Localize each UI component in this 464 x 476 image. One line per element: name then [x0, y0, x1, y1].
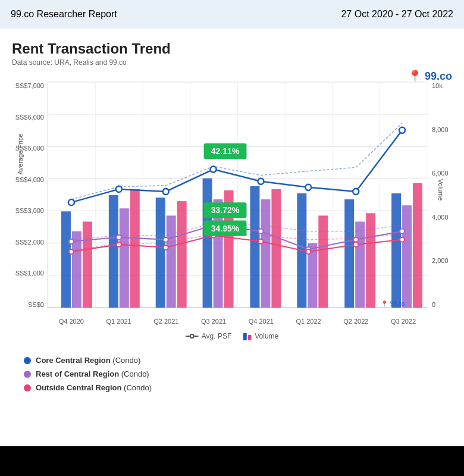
svg-rect-39	[413, 183, 422, 308]
svg-rect-30	[271, 189, 281, 308]
x-label-q4-2021: Q4 2021	[249, 318, 274, 325]
svg-point-40	[68, 199, 74, 205]
legend-avg-psf-label: Avg. PSF	[202, 332, 231, 340]
svg-rect-33	[318, 215, 328, 308]
svg-point-45	[305, 184, 311, 190]
chart-svg: 42.11% 33.72% 34.95% 📍 99.co	[48, 82, 427, 308]
svg-point-44	[258, 178, 264, 184]
svg-point-47	[399, 127, 405, 133]
svg-rect-19	[109, 195, 118, 308]
svg-point-52	[258, 229, 263, 234]
svg-point-62	[353, 242, 358, 247]
svg-rect-34	[344, 199, 354, 308]
x-label-q3-2021: Q3 2021	[201, 318, 226, 325]
svg-rect-73	[248, 335, 252, 340]
legend-ccr-label: Core Central Region (Condo)	[36, 356, 140, 365]
svg-point-60	[258, 239, 263, 244]
svg-rect-20	[120, 208, 129, 308]
date-range-label: 27 Oct 2020 - 27 Oct 2022	[341, 9, 453, 20]
svg-point-46	[353, 189, 359, 195]
y-axis-left-label: Average Price	[17, 134, 24, 175]
svg-point-63	[400, 237, 405, 242]
y-axis-right-label: Volume	[438, 179, 445, 201]
bottom-black-bar	[0, 446, 464, 476]
svg-rect-24	[177, 201, 187, 308]
svg-point-71	[190, 334, 194, 338]
brand-label: 99.co Researcher Report	[11, 9, 117, 20]
header: 99.co Researcher Report 27 Oct 2020 - 27…	[0, 0, 464, 29]
x-label-q2-2022: Q2 2022	[343, 318, 368, 325]
svg-text:📍 99.co: 📍 99.co	[381, 300, 405, 308]
svg-point-57	[117, 242, 121, 247]
x-label-q1-2022: Q1 2022	[296, 318, 321, 325]
legend-dot-rcr	[24, 371, 31, 378]
svg-rect-25	[203, 178, 212, 308]
svg-rect-22	[156, 198, 165, 308]
svg-point-43	[211, 166, 217, 172]
x-label-q3-2022: Q3 2022	[391, 318, 416, 325]
x-label-q1-2021: Q1 2021	[106, 318, 131, 325]
svg-rect-16	[61, 211, 71, 308]
svg-rect-37	[391, 193, 401, 308]
svg-point-50	[164, 237, 168, 242]
svg-rect-18	[83, 221, 92, 308]
svg-rect-35	[355, 221, 365, 308]
legend-ccr: Core Central Region (Condo)	[24, 356, 440, 365]
legend-ocr-label: Outside Central Region (Condo)	[36, 383, 152, 392]
legend-ocr: Outside Central Region (Condo)	[24, 383, 440, 392]
x-label-q4-2020: Q4 2020	[59, 318, 84, 325]
svg-point-58	[164, 245, 168, 250]
x-label-q2-2021: Q2 2021	[153, 318, 178, 325]
chart-title: Rent Transaction Trend	[12, 40, 452, 57]
svg-rect-23	[167, 215, 176, 308]
svg-point-61	[306, 249, 311, 254]
chart-container: SS$7,000 SS$6,000 SS$5,000 SS$4,000 SS$3…	[12, 76, 452, 350]
chart-subtitle: Data source: URA, Realis and 99.co	[12, 58, 452, 67]
chart-inner: 42.11% 33.72% 34.95% 📍 99.co	[48, 82, 427, 308]
legend-volume-label: Volume	[255, 332, 278, 340]
legend-lines: Core Central Region (Condo) Rest of Cent…	[12, 350, 452, 394]
legend-psf-volume: Avg. PSF Volume	[186, 332, 279, 340]
y-axis-left: SS$7,000 SS$6,000 SS$5,000 SS$4,000 SS$3…	[12, 82, 46, 308]
svg-point-55	[400, 229, 405, 234]
legend-dot-ocr	[24, 384, 31, 392]
legend-dot-ccr	[24, 357, 31, 364]
legend-rcr: Rest of Central Region (Condo)	[24, 369, 440, 378]
x-axis-labels: Q4 2020 Q1 2021 Q2 2021 Q3 2021 Q4 2021 …	[48, 318, 427, 325]
svg-rect-72	[243, 333, 247, 340]
svg-rect-38	[402, 205, 412, 308]
svg-rect-36	[366, 213, 375, 308]
svg-text:33.72%: 33.72%	[211, 205, 240, 215]
svg-point-42	[163, 189, 169, 195]
svg-text:34.95%: 34.95%	[211, 224, 240, 233]
svg-rect-28	[250, 186, 259, 308]
svg-rect-29	[261, 199, 270, 308]
svg-rect-21	[130, 189, 140, 308]
svg-text:42.11%: 42.11%	[211, 146, 240, 156]
legend-rcr-label: Rest of Central Region (Condo)	[36, 369, 149, 378]
